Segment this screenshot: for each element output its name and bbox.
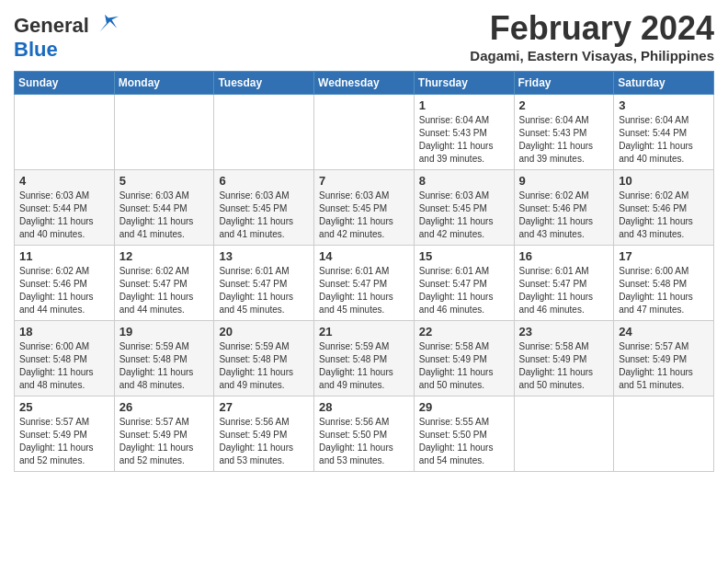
calendar-cell: 29Sunrise: 5:55 AMSunset: 5:50 PMDayligh… (414, 396, 514, 472)
day-number: 26 (119, 400, 210, 414)
calendar-week-row: 1Sunrise: 6:04 AMSunset: 5:43 PMDaylight… (15, 95, 714, 170)
calendar-table: SundayMondayTuesdayWednesdayThursdayFrid… (14, 71, 714, 472)
svg-marker-0 (99, 15, 119, 32)
day-header-thursday: Thursday (414, 72, 514, 95)
day-number: 8 (419, 174, 509, 188)
calendar-cell: 9Sunrise: 6:02 AMSunset: 5:46 PMDaylight… (514, 170, 614, 246)
day-number: 21 (319, 325, 409, 339)
calendar-header-row: SundayMondayTuesdayWednesdayThursdayFrid… (15, 72, 714, 95)
calendar-cell: 4Sunrise: 6:03 AMSunset: 5:44 PMDaylight… (15, 170, 115, 246)
day-info: Sunrise: 5:59 AMSunset: 5:48 PMDaylight:… (219, 340, 309, 392)
location-subtitle: Dagami, Eastern Visayas, Philippines (470, 48, 714, 63)
day-number: 17 (619, 249, 709, 263)
day-info: Sunrise: 6:04 AMSunset: 5:43 PMDaylight:… (519, 114, 609, 166)
calendar-cell: 27Sunrise: 5:56 AMSunset: 5:49 PMDayligh… (214, 396, 314, 472)
day-info: Sunrise: 6:02 AMSunset: 5:46 PMDaylight:… (619, 190, 709, 241)
day-number: 16 (519, 249, 609, 263)
day-number: 12 (119, 249, 210, 263)
calendar-cell (15, 95, 115, 170)
day-number: 15 (419, 249, 509, 263)
day-number: 18 (19, 325, 109, 339)
day-info: Sunrise: 6:00 AMSunset: 5:48 PMDaylight:… (19, 340, 109, 392)
day-info: Sunrise: 6:02 AMSunset: 5:46 PMDaylight:… (19, 265, 109, 316)
calendar-cell: 26Sunrise: 5:57 AMSunset: 5:49 PMDayligh… (114, 396, 214, 472)
day-number: 23 (519, 325, 609, 339)
day-header-saturday: Saturday (614, 72, 714, 95)
calendar-cell: 12Sunrise: 6:02 AMSunset: 5:47 PMDayligh… (114, 246, 214, 321)
day-number: 24 (619, 325, 709, 339)
day-number: 13 (219, 249, 309, 263)
calendar-cell: 19Sunrise: 5:59 AMSunset: 5:48 PMDayligh… (114, 321, 214, 396)
day-header-wednesday: Wednesday (314, 72, 415, 95)
calendar-cell: 11Sunrise: 6:02 AMSunset: 5:46 PMDayligh… (15, 246, 115, 321)
calendar-cell: 24Sunrise: 5:57 AMSunset: 5:49 PMDayligh… (614, 321, 714, 396)
day-number: 3 (619, 98, 709, 112)
day-number: 11 (19, 249, 109, 263)
calendar-week-row: 4Sunrise: 6:03 AMSunset: 5:44 PMDaylight… (15, 170, 714, 246)
calendar-cell: 16Sunrise: 6:01 AMSunset: 5:47 PMDayligh… (514, 246, 614, 321)
day-info: Sunrise: 6:03 AMSunset: 5:45 PMDaylight:… (219, 190, 309, 241)
day-info: Sunrise: 5:57 AMSunset: 5:49 PMDaylight:… (19, 416, 109, 467)
calendar-week-row: 25Sunrise: 5:57 AMSunset: 5:49 PMDayligh… (15, 396, 714, 472)
day-number: 9 (519, 174, 609, 188)
day-number: 19 (119, 325, 210, 339)
day-header-friday: Friday (514, 72, 614, 95)
day-info: Sunrise: 6:01 AMSunset: 5:47 PMDaylight:… (219, 265, 309, 316)
day-info: Sunrise: 6:02 AMSunset: 5:46 PMDaylight:… (519, 190, 609, 241)
day-header-monday: Monday (114, 72, 214, 95)
calendar-cell: 3Sunrise: 6:04 AMSunset: 5:44 PMDaylight… (614, 95, 714, 170)
calendar-cell: 13Sunrise: 6:01 AMSunset: 5:47 PMDayligh… (214, 246, 314, 321)
day-info: Sunrise: 5:56 AMSunset: 5:49 PMDaylight:… (219, 416, 309, 467)
day-info: Sunrise: 5:56 AMSunset: 5:50 PMDaylight:… (319, 416, 409, 467)
day-info: Sunrise: 6:01 AMSunset: 5:47 PMDaylight:… (519, 265, 609, 316)
calendar-cell (114, 95, 214, 170)
calendar-cell: 1Sunrise: 6:04 AMSunset: 5:43 PMDaylight… (414, 95, 514, 170)
day-number: 14 (319, 249, 409, 263)
calendar-cell: 20Sunrise: 5:59 AMSunset: 5:48 PMDayligh… (214, 321, 314, 396)
day-info: Sunrise: 6:01 AMSunset: 5:47 PMDaylight:… (419, 265, 509, 316)
calendar-cell: 14Sunrise: 6:01 AMSunset: 5:47 PMDayligh… (314, 246, 415, 321)
calendar-week-row: 11Sunrise: 6:02 AMSunset: 5:46 PMDayligh… (15, 246, 714, 321)
calendar-cell: 22Sunrise: 5:58 AMSunset: 5:49 PMDayligh… (414, 321, 514, 396)
day-number: 7 (319, 174, 409, 188)
day-info: Sunrise: 5:59 AMSunset: 5:48 PMDaylight:… (119, 340, 210, 392)
day-number: 2 (519, 98, 609, 112)
day-info: Sunrise: 5:58 AMSunset: 5:49 PMDaylight:… (519, 340, 609, 392)
day-info: Sunrise: 6:01 AMSunset: 5:47 PMDaylight:… (319, 265, 409, 316)
day-info: Sunrise: 6:04 AMSunset: 5:44 PMDaylight:… (619, 114, 709, 166)
day-number: 5 (119, 174, 210, 188)
calendar-cell: 10Sunrise: 6:02 AMSunset: 5:46 PMDayligh… (614, 170, 714, 246)
calendar-week-row: 18Sunrise: 6:00 AMSunset: 5:48 PMDayligh… (15, 321, 714, 396)
calendar-cell: 8Sunrise: 6:03 AMSunset: 5:45 PMDaylight… (414, 170, 514, 246)
day-number: 29 (419, 400, 509, 414)
day-info: Sunrise: 6:00 AMSunset: 5:48 PMDaylight:… (619, 265, 709, 316)
day-info: Sunrise: 5:57 AMSunset: 5:49 PMDaylight:… (619, 340, 709, 392)
logo-text-general: General (14, 15, 89, 37)
day-info: Sunrise: 6:03 AMSunset: 5:44 PMDaylight:… (119, 190, 210, 241)
month-title: February 2024 (470, 9, 714, 48)
calendar-cell: 28Sunrise: 5:56 AMSunset: 5:50 PMDayligh… (314, 396, 415, 472)
day-number: 22 (419, 325, 509, 339)
calendar-cell: 25Sunrise: 5:57 AMSunset: 5:49 PMDayligh… (15, 396, 115, 472)
day-header-tuesday: Tuesday (214, 72, 314, 95)
calendar-cell: 17Sunrise: 6:00 AMSunset: 5:48 PMDayligh… (614, 246, 714, 321)
header: General Blue February 2024 Dagami, Easte… (14, 9, 714, 63)
calendar-cell (614, 396, 714, 472)
day-info: Sunrise: 6:03 AMSunset: 5:45 PMDaylight:… (419, 190, 509, 241)
day-info: Sunrise: 6:04 AMSunset: 5:43 PMDaylight:… (419, 114, 509, 166)
calendar-cell: 2Sunrise: 6:04 AMSunset: 5:43 PMDaylight… (514, 95, 614, 170)
calendar-cell: 7Sunrise: 6:03 AMSunset: 5:45 PMDaylight… (314, 170, 415, 246)
day-number: 1 (419, 98, 509, 112)
day-info: Sunrise: 5:55 AMSunset: 5:50 PMDaylight:… (419, 416, 509, 467)
calendar-cell: 15Sunrise: 6:01 AMSunset: 5:47 PMDayligh… (414, 246, 514, 321)
day-number: 27 (219, 400, 309, 414)
day-number: 25 (19, 400, 109, 414)
calendar-cell: 18Sunrise: 6:00 AMSunset: 5:48 PMDayligh… (15, 321, 115, 396)
day-number: 4 (19, 174, 109, 188)
day-info: Sunrise: 6:02 AMSunset: 5:47 PMDaylight:… (119, 265, 210, 316)
day-number: 28 (319, 400, 409, 414)
day-info: Sunrise: 6:03 AMSunset: 5:45 PMDaylight:… (319, 190, 409, 241)
calendar-cell (314, 95, 415, 170)
day-header-sunday: Sunday (15, 72, 115, 95)
day-info: Sunrise: 6:03 AMSunset: 5:44 PMDaylight:… (19, 190, 109, 241)
